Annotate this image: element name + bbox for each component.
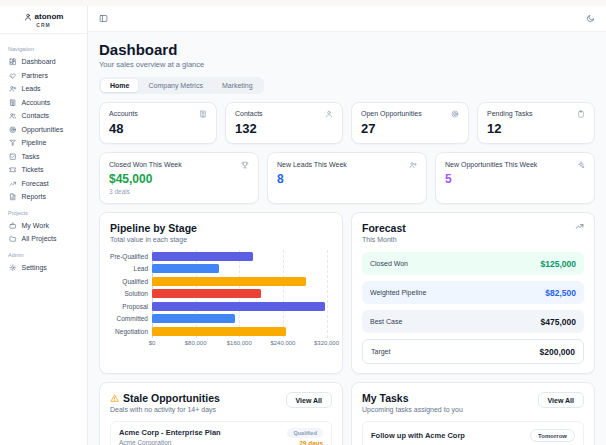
stat-value: 27 — [361, 121, 459, 136]
forecast-label: Best Case — [370, 318, 402, 325]
forecast-row-weighted-pipeline: Weighted Pipeline $82,500 — [362, 281, 584, 304]
stage-badge: Qualified — [287, 428, 323, 438]
sidebar-item-reports[interactable]: Reports — [6, 190, 81, 204]
forecast-row-best-case: Best Case $475,000 — [362, 310, 584, 333]
stale-opportunities-panel: Stale Opportunities Deals with no activi… — [99, 382, 343, 445]
stat-label: Pending Tasks — [487, 110, 532, 117]
sidebar-item-settings[interactable]: Settings — [6, 261, 81, 275]
bottom-panels-row: Stale Opportunities Deals with no activi… — [99, 382, 595, 445]
tab-home[interactable]: Home — [101, 79, 138, 92]
panel-subtitle: Upcoming tasks assigned to you — [362, 406, 463, 413]
category-label: Lead — [110, 263, 152, 276]
sidebar-item-contacts[interactable]: Contacts — [6, 109, 81, 123]
sidebar-item-tickets[interactable]: Tickets — [6, 163, 81, 177]
sidebar-item-label: Forecast — [22, 180, 49, 187]
panel-subtitle: Deals with no activity for 14+ days — [110, 406, 220, 413]
category-label: Negotiation — [110, 325, 152, 338]
logo-subtext: CRM — [4, 22, 83, 28]
stat-value: 48 — [109, 121, 207, 136]
panel-title: My Tasks — [362, 392, 463, 404]
stat-subtext: 3 deals — [109, 188, 249, 195]
panel-title: Stale Opportunities — [123, 392, 220, 404]
sidebar-section-projects: Projects — [8, 210, 79, 216]
task-row[interactable]: Follow up with Acme Corp Tomorrow — [362, 421, 584, 445]
sidebar-item-tasks[interactable]: Tasks — [6, 150, 81, 164]
stat-label: New Leads This Week — [277, 161, 347, 168]
theme-toggle-moon-icon[interactable] — [586, 14, 595, 23]
sidebar-item-label: Opportunities — [22, 126, 64, 133]
sidebar-logo: atonom CRM — [0, 6, 87, 34]
due-badge: Tomorrow — [530, 429, 575, 442]
forecast-value: $125,000 — [541, 259, 576, 269]
sidebar-item-leads[interactable]: Leads — [6, 82, 81, 96]
partners-icon — [9, 72, 17, 80]
chart-bar-negotiation — [152, 327, 286, 336]
x-axis-tick-label: $160,000 — [227, 340, 252, 346]
sidebar-item-label: Tickets — [22, 166, 44, 173]
sidebar-item-label: Pipeline — [22, 139, 47, 146]
sidebar-item-label: Leads — [22, 85, 41, 92]
stat-label: Accounts — [109, 110, 138, 117]
stat-label: Closed Won This Week — [109, 161, 182, 168]
middle-panels-row: Pipeline by Stage Total value in each st… — [99, 212, 595, 374]
sidebar-item-all-projects[interactable]: All Projects — [6, 232, 81, 246]
days-stale: 29 days — [299, 440, 323, 445]
chart-category-labels: Pre-QualifiedLeadQualifiedSolutionPropos… — [110, 250, 152, 338]
sidebar-item-forecast[interactable]: Forecast — [6, 177, 81, 191]
folder-icon — [9, 235, 17, 243]
logo-user-icon — [24, 13, 32, 21]
page-subtitle: Your sales overview at a glance — [99, 60, 595, 69]
sidebar-item-dashboard[interactable]: Dashboard — [6, 55, 81, 69]
target-icon — [451, 110, 459, 118]
sidebar-item-label: My Work — [22, 222, 49, 229]
x-axis-tick-label: $240,000 — [270, 340, 295, 346]
stat-value: 12 — [487, 121, 585, 136]
sidebar-item-label: Reports — [22, 193, 47, 200]
chart-bar-committed — [152, 314, 235, 323]
panel-title: Pipeline by Stage — [110, 222, 332, 234]
tab-marketing[interactable]: Marketing — [213, 79, 262, 92]
task-name: Follow up with Acme Corp — [371, 431, 465, 440]
tab-company-metrics[interactable]: Company Metrics — [139, 79, 211, 92]
sidebar-item-label: All Projects — [22, 235, 57, 242]
reports-icon — [9, 193, 17, 201]
topbar — [88, 6, 606, 32]
forecast-value: $200,000 — [540, 347, 575, 357]
forecast-label: Closed Won — [370, 260, 408, 267]
sidebar-item-partners[interactable]: Partners — [6, 69, 81, 83]
sparkles-icon — [577, 161, 585, 169]
sidebar-item-opportunities[interactable]: Opportunities — [6, 123, 81, 137]
sidebar-item-my-work[interactable]: My Work — [6, 219, 81, 233]
chart-bar-qualified — [152, 277, 306, 286]
forecast-row-closed-won: Closed Won $125,000 — [362, 252, 584, 275]
category-label: Committed — [110, 313, 152, 326]
trophy-icon — [241, 161, 249, 169]
dashboard-icon — [9, 58, 17, 66]
chart-bar-pre-qualified — [152, 252, 253, 261]
dashboard-content: Dashboard Your sales overview at a glanc… — [88, 32, 606, 445]
x-axis-tick-label: $0 — [149, 340, 156, 346]
pipeline-bar-chart: Pre-QualifiedLeadQualifiedSolutionPropos… — [110, 250, 332, 348]
panel-title: Forecast — [362, 222, 406, 234]
card-new-opportunities-week: New Opportunities This Week 5 — [435, 152, 595, 204]
contacts-icon — [9, 112, 17, 120]
forecast-panel: Forecast This Month Closed Won $125,000 … — [351, 212, 595, 374]
leads-icon — [9, 85, 17, 93]
forecast-value: $475,000 — [541, 317, 576, 327]
stat-value: 132 — [235, 121, 333, 136]
sidebar-toggle-icon[interactable] — [99, 14, 108, 23]
stat-label: Contacts — [235, 110, 263, 117]
tasks-view-all-button[interactable]: View All — [538, 392, 584, 408]
category-label: Proposal — [110, 300, 152, 313]
sidebar-item-label: Settings — [22, 264, 47, 271]
tasks-icon — [9, 153, 17, 161]
opportunities-icon — [9, 126, 17, 134]
stat-value: 8 — [277, 172, 417, 186]
stale-view-all-button[interactable]: View All — [286, 392, 332, 408]
sidebar-item-pipeline[interactable]: Pipeline — [6, 136, 81, 150]
sidebar-section-admin: Admin — [8, 252, 79, 258]
stale-opportunity-row[interactable]: Acme Corp - Enterprise Plan Acme Corpora… — [110, 421, 332, 445]
sidebar-item-accounts[interactable]: Accounts — [6, 96, 81, 110]
stat-card-pending-tasks: Pending Tasks 12 — [477, 102, 595, 144]
panel-subtitle: This Month — [362, 236, 406, 243]
